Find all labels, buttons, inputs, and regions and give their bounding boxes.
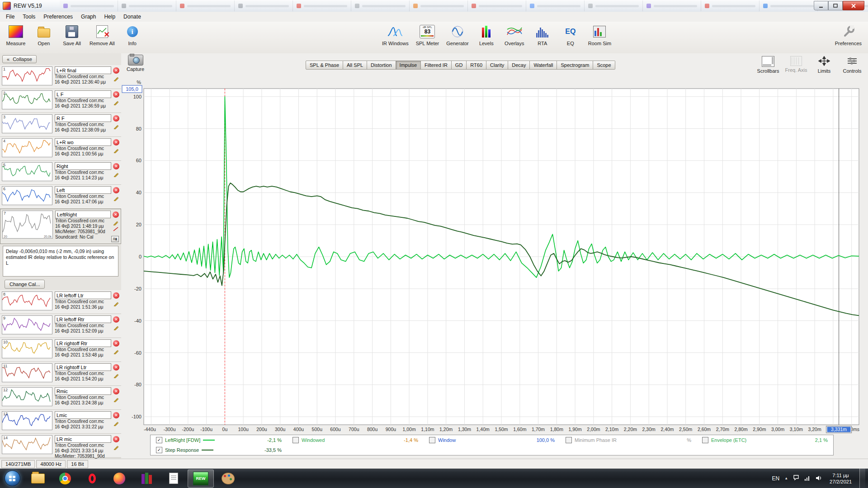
measurement-thumbnail[interactable]: 10 xyxy=(2,339,52,358)
measurement-item[interactable]: 10 ✕ Triton Crossfired corr.mc 16 Φεβ 20… xyxy=(0,338,121,362)
bands-button[interactable]: B▮ xyxy=(111,236,119,242)
legend-checkbox[interactable] xyxy=(292,437,299,443)
toolbar-button-room-sim[interactable]: Room Sim xyxy=(588,24,611,46)
measurement-close-button[interactable]: ✕ xyxy=(113,436,119,442)
taskbar-rew-button[interactable]: REW xyxy=(188,469,214,488)
measurement-thumbnail[interactable]: 5 xyxy=(2,162,52,181)
measurement-close-button[interactable]: ✕ xyxy=(113,388,119,394)
toolbar-button-info[interactable]: iInfo xyxy=(122,24,143,46)
measurement-name-input[interactable] xyxy=(55,66,111,74)
measurement-thumbnail[interactable]: 7 20 20,0k xyxy=(2,211,53,239)
toolbar-button-levels[interactable]: Levels xyxy=(476,24,497,46)
toolbar-button-measure[interactable]: Measure xyxy=(5,24,26,46)
minimize-button[interactable] xyxy=(814,1,828,10)
measurement-item[interactable]: 3 ✕ Triton Crossfired corr.mc 16 Φεβ 202… xyxy=(0,113,121,137)
graph-tab-spectrogram[interactable]: Spectrogram xyxy=(557,61,593,70)
measurement-item[interactable]: 14 ✕ Triton Crossfired corr.mc 16 Φεβ 20… xyxy=(0,434,121,458)
graph-tab-clarity[interactable]: Clarity xyxy=(486,61,508,70)
clock[interactable]: 7:11 μμ 27/2/2021 xyxy=(827,472,854,485)
legend-checkbox[interactable] xyxy=(566,437,572,443)
measurement-thumbnail[interactable]: 4 xyxy=(2,138,52,157)
measurement-item[interactable]: 11 ✕ Triton Crossfired corr.mc 16 Φεβ 20… xyxy=(0,362,121,386)
toolbar-button-rta[interactable]: RTA xyxy=(532,24,553,46)
measurement-close-button[interactable]: ✕ xyxy=(113,292,119,299)
measurement-close-button[interactable]: ✕ xyxy=(113,316,119,323)
measurement-thumbnail[interactable]: 2 xyxy=(2,90,52,109)
measurement-name-input[interactable] xyxy=(55,387,111,395)
maximize-button[interactable] xyxy=(828,1,843,10)
graph-tab-distortion[interactable]: Distortion xyxy=(367,61,396,70)
measurement-close-button[interactable]: ✕ xyxy=(113,67,119,74)
graph-tool-freq-axis[interactable]: Freq. Axis xyxy=(785,56,807,74)
measurement-thumbnail[interactable]: 14 xyxy=(2,435,52,454)
change-cal-button[interactable]: Change Cal... xyxy=(5,280,45,289)
measurement-item[interactable]: 4 ✕ Triton Crossfired corr.mc 16 Φεβ 202… xyxy=(0,137,121,161)
volume-icon[interactable] xyxy=(816,474,822,483)
taskbar-explorer-button[interactable] xyxy=(25,469,51,488)
toolbar-button-open[interactable]: Open xyxy=(33,24,54,46)
graph-tab-filtered-ir[interactable]: Filtered IR xyxy=(421,61,452,70)
taskbar-paint-button[interactable] xyxy=(215,469,241,488)
measurement-close-button[interactable]: ✕ xyxy=(113,187,119,193)
measurement-close-button[interactable]: ✕ xyxy=(113,163,119,169)
measurement-thumbnail[interactable]: 11 xyxy=(2,363,52,382)
measurement-item[interactable]: 7 20 20,0k ✕ Triton Crossfired corr.mc 1… xyxy=(0,209,121,244)
graph-tab-rt60[interactable]: RT60 xyxy=(467,61,486,70)
measurement-name-input[interactable] xyxy=(55,211,111,218)
capture-button[interactable]: Capture xyxy=(127,55,144,72)
taskbar-opera-button[interactable] xyxy=(79,469,105,488)
menu-item-graph[interactable]: Graph xyxy=(77,12,100,21)
close-button[interactable] xyxy=(843,1,864,10)
taskbar-notepad-button[interactable] xyxy=(160,469,187,488)
taskbar-firefox-button[interactable] xyxy=(106,469,132,488)
measurement-name-input[interactable] xyxy=(55,315,111,323)
menu-item-file[interactable]: File xyxy=(2,12,19,21)
measurement-name-input[interactable] xyxy=(55,435,111,443)
y-limit-box[interactable]: 105,0 xyxy=(122,85,142,93)
measurement-name-input[interactable] xyxy=(55,114,111,122)
measurement-name-input[interactable] xyxy=(55,186,111,194)
legend-checkbox[interactable] xyxy=(702,437,708,443)
toolbar-button-preferences[interactable]: Preferences xyxy=(835,24,862,46)
measurement-name-input[interactable] xyxy=(55,363,111,371)
toolbar-button-overlays[interactable]: Overlays xyxy=(504,24,525,46)
graph-tab-impulse[interactable]: Impulse xyxy=(396,61,421,70)
measurement-name-input[interactable] xyxy=(55,291,111,299)
toolbar-button-generator[interactable]: Generator xyxy=(446,24,469,46)
measurement-item[interactable]: 9 ✕ Triton Crossfired corr.mc 16 Φεβ 202… xyxy=(0,314,121,338)
taskbar-chrome-button[interactable] xyxy=(52,469,78,488)
toolbar-button-remove-all[interactable]: ✕Remove All xyxy=(90,24,115,46)
measurement-close-button[interactable]: ✕ xyxy=(113,91,119,98)
measurement-thumbnail[interactable]: 3 xyxy=(2,114,52,133)
graph-tool-scrollbars[interactable]: Scrollbars xyxy=(757,56,779,74)
measurement-close-button[interactable]: ✕ xyxy=(113,412,119,418)
language-indicator[interactable]: EN xyxy=(772,475,779,482)
legend-checkbox[interactable]: ✓ xyxy=(156,447,162,453)
graph-tab-scope[interactable]: Scope xyxy=(593,61,615,70)
impulse-chart[interactable]: %100806040200-20-40-60-80-100105,0-440u-… xyxy=(121,79,868,459)
measurement-name-input[interactable] xyxy=(55,162,111,170)
measurement-close-button[interactable]: ✕ xyxy=(113,364,119,371)
measurement-thumbnail[interactable]: 6 xyxy=(2,186,52,205)
measurement-name-input[interactable] xyxy=(55,90,111,98)
measurement-thumbnail[interactable]: 8 xyxy=(2,291,52,310)
legend-checkbox[interactable] xyxy=(429,437,435,443)
start-button[interactable] xyxy=(0,469,24,488)
graph-tool-controls[interactable]: Controls xyxy=(841,56,863,74)
measurement-thumbnail[interactable]: 12 xyxy=(2,387,52,406)
measurement-name-input[interactable] xyxy=(55,411,111,419)
graph-tab-gd[interactable]: GD xyxy=(452,61,467,70)
measurement-item[interactable]: 8 ✕ Triton Crossfired corr.mc 16 Φεβ 202… xyxy=(0,290,121,314)
action-center-icon[interactable] xyxy=(793,474,799,483)
rew-title-bar[interactable]: REW V5,19 xyxy=(0,0,868,12)
measurement-item[interactable]: 13 ✕ Triton Crossfired corr.mc 16 Φεβ 20… xyxy=(0,410,121,434)
measurement-item[interactable]: 1 ✕ Triton Crossfired corr.mc 16 Φεβ 202… xyxy=(0,65,121,89)
measurement-item[interactable]: 12 ✕ Triton Crossfired corr.mc 16 Φεβ 20… xyxy=(0,386,121,410)
graph-tool-limits[interactable]: Limits xyxy=(813,56,835,74)
measurement-item[interactable]: 5 ✕ Triton Crossfired corr.mc 16 Φεβ 202… xyxy=(0,161,121,185)
graph-tab-all-spl[interactable]: All SPL xyxy=(343,61,367,70)
graph-tab-waterfall[interactable]: Waterfall xyxy=(530,61,557,70)
measurement-close-button[interactable]: ✕ xyxy=(113,139,119,145)
toolbar-button-ir-windows[interactable]: IR Windows xyxy=(382,24,409,46)
measurement-name-input[interactable] xyxy=(55,138,111,146)
